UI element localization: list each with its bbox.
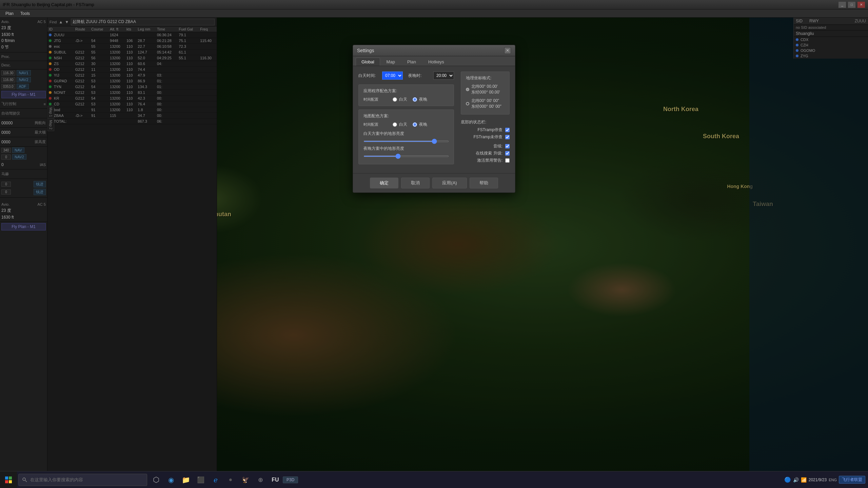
map-day-label: 白天 (399, 122, 407, 127)
taskbar-app1[interactable]: ● (224, 473, 237, 487)
map-day-radio-label: 白天 (393, 122, 407, 127)
sound-row: 音续: (461, 143, 510, 149)
fstramp-running-row: FSTramp未停查 (461, 134, 510, 140)
day-label: 白天 (399, 97, 407, 102)
svg-rect-10 (9, 480, 12, 483)
start-button[interactable] (0, 471, 17, 488)
day-radio[interactable] (393, 97, 397, 102)
coord1-label: 北纬00° 00.00' (471, 84, 500, 89)
map-scheme-row: 时间配置 白天 夜晚 (363, 122, 449, 127)
map-night-label: 夜晚 (419, 122, 427, 127)
taskbar-right: 🔵 🔊 📶 2021/9/23 ENG 飞行者联盟 (784, 476, 868, 484)
day-radio-label: 白天 (393, 97, 407, 102)
logo-text: 飞行者联盟 (842, 477, 862, 482)
map-night-radio[interactable] (413, 122, 417, 127)
online-update-label: 在线搜索 升级: (476, 150, 502, 156)
settings-titlebar: Settings ✕ (353, 45, 515, 56)
svg-point-11 (23, 478, 25, 481)
daytime-row: 白天时间: 07:00 夜晚时: 20:00 (358, 72, 454, 80)
close-button[interactable]: ✕ (857, 1, 865, 8)
menu-plan[interactable]: Plan (2, 11, 17, 17)
taskbar-ie[interactable]: ℯ (209, 473, 222, 487)
fstramp-stopped-row: FSTramp停查 (461, 127, 510, 133)
svg-line-12 (25, 480, 27, 482)
flyzone-logo: 飞行者联盟 (839, 476, 865, 484)
settings-tabs: Global Map Plan Hotkeys (353, 56, 515, 66)
taskbar-explorer[interactable]: 📁 (179, 473, 193, 487)
svg-rect-7 (5, 476, 8, 480)
tab-global[interactable]: Global (356, 58, 380, 66)
taskbar-app3[interactable]: ⊕ (254, 473, 267, 487)
coord2-dot (466, 102, 469, 105)
tray-icon-2: 🔊 (793, 477, 799, 483)
night-brightness-slider[interactable] (363, 156, 449, 157)
settings-title: Settings (357, 48, 374, 53)
taskbar-search[interactable] (18, 474, 147, 486)
night-label: 夜晚 (419, 97, 427, 102)
menu-tools[interactable]: Tools (17, 11, 33, 17)
ok-button[interactable]: 确定 (370, 178, 398, 188)
coord-title: 地理坐标格式: (466, 75, 505, 81)
taskbar: ⬡ ◉ 📁 ⬛ ℯ ● 🦅 ⊕ FU P3D 🔵 🔊 📶 2021/9/23 E… (0, 471, 868, 488)
tab-map[interactable]: Map (381, 58, 401, 66)
fstramp-stopped-label: FSTramp停查 (477, 127, 502, 133)
menubar: Plan Tools (0, 9, 868, 18)
coord2-row: 北纬00° 00' 00" 东经000° 00' 00" (466, 98, 505, 109)
datetime: 2021/9/23 (809, 477, 827, 482)
fstramp-running-check[interactable] (505, 135, 510, 139)
activate-warn-label: 激活禁用警告: (477, 158, 502, 163)
svg-rect-8 (9, 476, 12, 480)
nighttime-label: 夜晚时: (408, 73, 432, 79)
map-scheme-title: 地图配色方案: (363, 113, 449, 119)
sound-check[interactable] (505, 144, 510, 148)
night-radio[interactable] (413, 97, 417, 102)
apply-button[interactable]: 应用(A) (432, 178, 467, 188)
coord-panel: 地理坐标格式: 北纬00° 00.00' 东经000° 00.00' 北纬0 (461, 72, 510, 115)
settings-body: 白天时间: 07:00 夜晚时: 20:00 应用程序配色方案: 时间 (353, 66, 515, 173)
tab-plan[interactable]: Plan (401, 58, 422, 66)
taskbar-app2[interactable]: 🦅 (239, 473, 252, 487)
settings-overlay[interactable]: Settings ✕ Global Map Plan Hotkeys 白天时间:… (0, 18, 868, 471)
map-scheme-box: 地图配色方案: 时间配置 白天 夜晚 (358, 109, 454, 164)
titlebar: IFR Shuangliu to Beijing Capital.pln - F… (0, 0, 868, 9)
map-night-radio-label: 夜晚 (413, 122, 427, 127)
day-brightness-section: 白天方案中的地形亮度 (363, 131, 449, 143)
fstramp-stopped-check[interactable] (505, 128, 510, 132)
settings-dialog: Settings ✕ Global Map Plan Hotkeys 白天时间:… (353, 45, 515, 193)
app-scheme-box: 应用程序配色方案: 时间配置 白天 夜晚 (358, 84, 454, 106)
help-button[interactable]: 帮助 (470, 178, 498, 188)
titlebar-title: IFR Shuangliu to Beijing Capital.pln - F… (3, 2, 94, 7)
coord2-value: 东经000° 00' 00" (471, 104, 501, 109)
app-scheme-title: 应用程序配色方案: (363, 88, 449, 94)
maximize-button[interactable]: □ (848, 1, 856, 8)
status-bar-section: 底部的状态栏: FSTramp停查 FSTramp未停查 (461, 119, 510, 140)
night-brightness-section: 夜晚方案中的地形亮度 (363, 146, 449, 158)
activate-warn-row: 激活禁用警告: (461, 158, 510, 163)
nighttime-select[interactable]: 20:00 (433, 72, 454, 80)
lang-indicator: ENG (829, 478, 837, 482)
search-input[interactable] (30, 477, 143, 482)
taskbar-edge[interactable]: ◉ (164, 473, 178, 487)
tab-hotkeys[interactable]: Hotkeys (422, 58, 450, 66)
map-time-config-label: 时间配置 (363, 122, 387, 127)
coord1-value: 东经000° 00.00' (471, 89, 500, 95)
sound-label: 音续: (493, 143, 502, 149)
online-update-check[interactable] (505, 151, 510, 156)
daytime-select[interactable]: 07:00 (382, 72, 403, 80)
day-brightness-slider[interactable] (363, 141, 449, 142)
night-brightness-label: 夜晚方案中的地形亮度 (363, 146, 449, 151)
minimize-button[interactable]: _ (838, 1, 846, 8)
activate-warn-check[interactable] (505, 158, 510, 163)
map-day-radio[interactable] (393, 122, 397, 127)
cancel-button[interactable]: 取消 (401, 178, 430, 188)
night-radio-label: 夜晚 (413, 97, 427, 102)
taskbar-store[interactable]: ⬛ (194, 473, 208, 487)
taskbar-p3d[interactable]: P3D (283, 476, 298, 483)
status-bar-title: 底部的状态栏: (461, 119, 510, 125)
tray-icon-1: 🔵 (784, 476, 791, 483)
time-config-label: 时间配置 (363, 97, 387, 102)
titlebar-controls: _ □ ✕ (838, 1, 865, 8)
taskbar-app4[interactable]: FU (269, 473, 282, 487)
settings-close-button[interactable]: ✕ (504, 47, 511, 54)
taskbar-task-view[interactable]: ⬡ (149, 473, 163, 487)
